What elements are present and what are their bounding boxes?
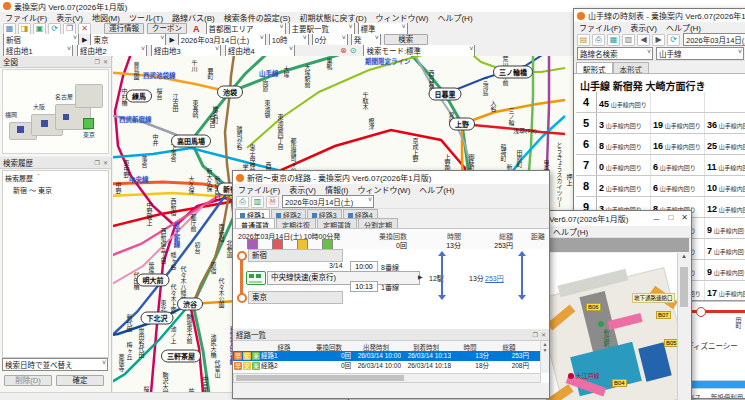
search-button[interactable]: 検索 xyxy=(384,34,428,45)
timetable-cell[interactable]: 17 山手線内回り (大崎止) xyxy=(705,281,745,301)
reload-icon[interactable]: ⟳ xyxy=(667,34,680,46)
menu-item[interactable]: 表示(V) xyxy=(630,22,657,33)
new-service-option[interactable]: 新設便利用 xyxy=(711,394,744,398)
operation-info-button[interactable]: 運行情報 xyxy=(104,23,144,34)
maximize-button[interactable]: □ xyxy=(668,213,673,224)
segment-fare-link[interactable]: 253円 xyxy=(485,273,504,283)
timetable-cell[interactable]: 9 山手線内回り xyxy=(705,260,745,280)
map-major-station[interactable]: 下北沢 xyxy=(141,312,174,325)
panel-close-icon[interactable]: ✕ xyxy=(541,331,546,338)
timetable-date-select[interactable]: 2026年03月14日(土) xyxy=(683,33,745,46)
menu-item[interactable]: 表示(V) xyxy=(56,12,83,23)
menu-item[interactable]: ツール(T) xyxy=(129,12,163,23)
grid-icon[interactable]: ▦ xyxy=(607,34,620,46)
coupon-button[interactable]: クーポン xyxy=(147,23,187,34)
menu-item[interactable]: ヘルプ(H) xyxy=(553,226,588,237)
panel-float-icon[interactable]: ❐ xyxy=(95,159,100,166)
timetable-cell[interactable]: 0 山手線内回り xyxy=(597,155,651,175)
panel-float-icon[interactable]: ❐ xyxy=(533,331,538,338)
history-delete-button[interactable]: 削除(D) xyxy=(4,375,52,386)
minimize-button[interactable]: － xyxy=(652,213,660,224)
menu-item[interactable]: ファイル(F) xyxy=(579,22,621,33)
route-list-row[interactable]: 早安楽経路10回26/03/14 10:0026/03/14 10:1313分2… xyxy=(233,351,541,361)
copy-icon[interactable]: ❐ xyxy=(63,23,76,35)
line-expand-icon[interactable]: ▶ xyxy=(418,273,423,280)
map-major-station[interactable]: 明大前 xyxy=(137,274,170,287)
timetable-cell[interactable]: 2 山手線内回り xyxy=(597,176,651,196)
refresh-icon[interactable]: ⟳ xyxy=(48,23,61,35)
map-major-station[interactable]: 三ノ輪橋 xyxy=(493,66,533,79)
map-major-station[interactable]: 日暮里 xyxy=(429,88,462,101)
arrival-time-box[interactable]: 10:13 xyxy=(350,281,378,292)
timetable-cell[interactable]: 6 山手線内回り xyxy=(651,176,705,196)
menu-item[interactable]: 表示(V) xyxy=(289,184,316,195)
tokyo-marker[interactable] xyxy=(83,118,94,129)
timetable-cell[interactable]: 10 山手線内回り xyxy=(705,176,745,196)
timetable-cell[interactable]: 6 山手線内回り xyxy=(651,155,705,175)
menu-item[interactable]: ファイル(F) xyxy=(5,12,47,23)
timetable-cell[interactable]: 11 山手線内回り xyxy=(705,155,745,175)
map-major-station[interactable]: 高田馬場 xyxy=(171,135,211,148)
japan-overview-map[interactable]: 福岡 大阪 名古屋 東京 xyxy=(2,69,109,154)
timetable-footer-options[interactable]: バス 新設便利用 xyxy=(688,392,743,398)
origin-station-box[interactable]: 新宿 xyxy=(248,249,343,262)
route-icon[interactable]: ◨ xyxy=(18,23,31,35)
timetable-cell[interactable]: 36 山手線内回り xyxy=(705,113,745,133)
timetable-cell[interactable]: 45 山手線内回り xyxy=(597,92,651,112)
menu-item[interactable]: ヘルプ(H) xyxy=(419,184,454,195)
menu-item[interactable]: 路線バス(B) xyxy=(172,12,215,23)
history-confirm-button[interactable]: 確定 xyxy=(56,375,104,386)
prev-icon[interactable]: ◀ xyxy=(637,34,650,46)
map-major-station[interactable]: 渋谷 xyxy=(177,298,203,311)
timetable-cell[interactable]: 16 山手線内回り xyxy=(651,134,705,154)
timetable-cell[interactable]: 12 山手線内回り xyxy=(705,197,745,217)
timetable-cell[interactable]: 25 山手線内回り xyxy=(705,134,745,154)
route-list-vscrollbar[interactable]: ▲▼ xyxy=(540,341,549,373)
history-root-node[interactable]: 検索履歴 ＾ xyxy=(5,173,106,183)
print-icon[interactable]: ⎙ xyxy=(236,196,249,208)
swap-stations-icon[interactable]: ⊙ xyxy=(350,46,357,55)
map-icon[interactable]: ▣ xyxy=(33,23,46,35)
timetable-cell[interactable]: 9 山手線内回り xyxy=(705,218,745,238)
timetable-cell[interactable]: 19 山手線内回り xyxy=(651,113,705,133)
history-item[interactable]: 新宿 ～ 東京 xyxy=(5,185,106,195)
panel-float-icon[interactable]: ❐ xyxy=(95,58,100,65)
line-search-select[interactable]: 路線名検索 xyxy=(577,47,653,60)
delete-icon[interactable]: ✕ xyxy=(78,23,91,35)
history-sort-select[interactable]: 検索日時で並べ替え xyxy=(2,358,108,371)
map-major-station[interactable]: 三軒茶屋 xyxy=(161,350,201,363)
map-mark-icon[interactable]: Ⓜ xyxy=(266,196,279,208)
route-list-row[interactable]: 早安楽経路20回26/03/14 10:0026/03/14 10:1818分2… xyxy=(233,361,541,371)
menu-item[interactable]: ファイル(F) xyxy=(238,184,280,195)
timetable-cell[interactable]: 8 山手線内回り xyxy=(597,134,651,154)
history-list[interactable]: 検索履歴 ＾ 新宿 ～ 東京 xyxy=(2,170,109,358)
save-icon[interactable]: ▥ xyxy=(251,196,264,208)
save-icon[interactable]: ▤ xyxy=(577,34,590,46)
from-to-arrow-icon[interactable]: ▶ xyxy=(82,36,87,44)
close-button[interactable]: ✕ xyxy=(681,213,688,224)
panel-close-icon[interactable]: ✕ xyxy=(103,58,108,65)
route-list-hscrollbar[interactable] xyxy=(233,373,541,383)
font-icon[interactable]: A xyxy=(193,24,200,34)
print-icon[interactable]: ⎙ xyxy=(592,34,605,46)
menu-item[interactable]: ヘルプ(H) xyxy=(437,12,472,23)
ad-text[interactable]: ディズニーシー xyxy=(686,340,738,351)
route-date-select[interactable]: 2026年03月14日(土) xyxy=(282,195,374,208)
menu-item[interactable]: 初期状態に戻す(D) xyxy=(299,12,366,23)
next-icon[interactable]: ▶ xyxy=(652,34,665,46)
to-arrow-icon[interactable]: ▶ xyxy=(169,36,174,44)
timetable-cell[interactable]: 7 山手線内回り xyxy=(705,239,745,259)
clear-via-icon[interactable]: ⊗ xyxy=(340,46,347,55)
timetable-icon[interactable]: ▦ xyxy=(3,23,16,35)
menu-item[interactable]: 情報(I) xyxy=(325,184,349,195)
line-select[interactable]: 山手線 xyxy=(656,47,744,60)
menu-item[interactable]: ウィンドウ(W) xyxy=(357,184,410,195)
menu-item[interactable]: 検索条件の設定(S) xyxy=(224,12,291,23)
menu-item[interactable]: ウィンドウ(W) xyxy=(376,12,429,23)
menu-item[interactable]: ヘルプ(H) xyxy=(666,22,701,33)
list-icon[interactable]: ▧ xyxy=(622,34,635,46)
stationmap-vscrollbar[interactable]: ▲ xyxy=(677,253,690,400)
overview-panel-header[interactable]: 全図 ❐✕ xyxy=(0,56,111,68)
map-major-station[interactable]: 上野 xyxy=(449,118,475,131)
timetable-cell[interactable]: 3 山手線内回り xyxy=(597,113,651,133)
